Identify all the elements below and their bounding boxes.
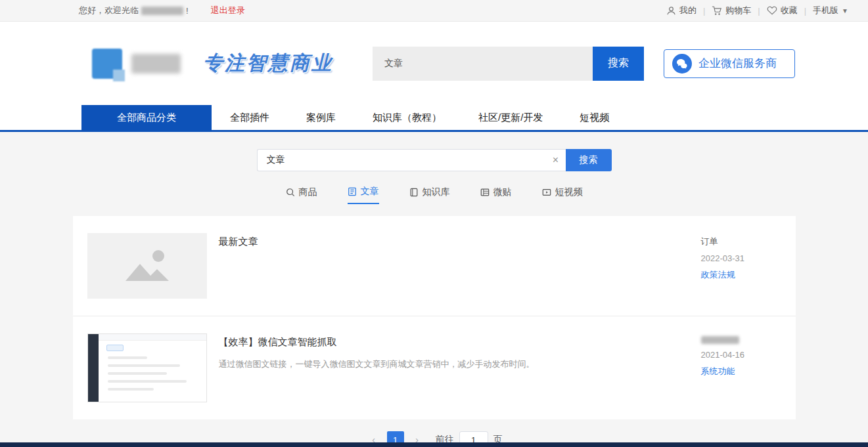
result-date: 2022-03-31 xyxy=(701,253,780,263)
footer-strip xyxy=(0,442,868,447)
thumb-line xyxy=(108,380,187,383)
wechat-icon xyxy=(672,54,692,74)
header-search-button[interactable]: 搜索 xyxy=(593,47,644,81)
mobile-version-link[interactable]: 手机版 ▼ xyxy=(813,5,848,16)
heart-icon xyxy=(767,6,777,15)
result-category-link[interactable]: 政策法规 xyxy=(701,269,780,281)
main-nav: 全部商品分类 全部插件 案例库 知识库（教程） 社区/更新/开发 短视频 xyxy=(0,105,868,132)
thumb-line xyxy=(108,372,167,375)
my-account-label: 我的 xyxy=(679,5,697,16)
search-icon xyxy=(286,188,295,197)
nav-item-plugins[interactable]: 全部插件 xyxy=(212,105,288,130)
favorites-label: 收藏 xyxy=(781,5,798,16)
separator: | xyxy=(758,6,760,16)
grid-icon xyxy=(480,188,490,197)
mobile-version-label: 手机版 xyxy=(813,5,838,16)
result-meta-blurred xyxy=(701,336,739,344)
video-icon xyxy=(542,188,551,197)
result-thumbnail xyxy=(87,333,207,402)
tab-video-label: 短视频 xyxy=(555,186,583,198)
thumb-sidebar xyxy=(88,334,99,402)
greeting-text: 您好，欢迎光临 xyxy=(79,5,139,16)
nav-item-all-categories[interactable]: 全部商品分类 xyxy=(81,105,212,130)
topbar: 您好，欢迎光临 ! 退出登录 我的 | 购物车 | 收藏 | 手机版 ▼ xyxy=(0,0,868,22)
cart-icon xyxy=(712,6,722,16)
result-tabs: 商品 文章 知识库 微贴 短视频 xyxy=(0,186,868,204)
favorites-link[interactable]: 收藏 xyxy=(767,5,798,16)
greeting: 您好，欢迎光临 ! xyxy=(79,5,189,16)
separator: | xyxy=(804,6,806,16)
user-icon xyxy=(666,6,676,16)
tab-articles[interactable]: 文章 xyxy=(348,186,379,204)
tab-goods-label: 商品 xyxy=(299,186,317,198)
tab-video[interactable]: 短视频 xyxy=(542,186,583,204)
logo-mark-blurred xyxy=(92,49,122,79)
result-title[interactable]: 最新文章 xyxy=(219,236,688,248)
wechat-service-button[interactable]: 企业微信服务商 xyxy=(664,49,795,78)
result-row[interactable]: 【效率】微信文章智能抓取 通过微信图文链接，一键导入微信图文文章到商城文章营销中… xyxy=(73,316,796,419)
nav-item-community[interactable]: 社区/更新/开发 xyxy=(460,105,561,130)
slogan-text: 专注智慧商业 xyxy=(203,50,333,77)
topbar-links: 我的 | 购物车 | 收藏 | 手机版 ▼ xyxy=(666,5,848,16)
nav-item-cases[interactable]: 案例库 xyxy=(288,105,354,130)
results-card: 最新文章 订单 2022-03-31 政策法规 【效率】微 xyxy=(73,216,796,419)
result-title[interactable]: 【效率】微信文章智能抓取 xyxy=(219,336,688,349)
content-area: × 搜索 商品 文章 知识库 微贴 xyxy=(0,132,868,443)
tab-goods[interactable]: 商品 xyxy=(286,186,317,204)
tab-knowledge-label: 知识库 xyxy=(423,186,450,198)
article-icon xyxy=(348,187,357,196)
chevron-down-icon: ▼ xyxy=(842,7,848,14)
tab-posts-label: 微贴 xyxy=(493,186,512,198)
search-section: × 搜索 xyxy=(0,149,868,171)
result-meta: 2021-04-16 系统功能 xyxy=(701,333,780,402)
username-blurred xyxy=(141,7,183,15)
nav-item-video[interactable]: 短视频 xyxy=(561,105,628,130)
my-account-link[interactable]: 我的 xyxy=(666,5,697,16)
search-button[interactable]: 搜索 xyxy=(566,149,612,171)
tab-knowledge[interactable]: 知识库 xyxy=(409,186,450,204)
search-input-wrap: × xyxy=(257,149,566,171)
result-meta: 订单 2022-03-31 政策法规 xyxy=(701,233,780,299)
thumb-line xyxy=(108,388,154,391)
separator: | xyxy=(703,6,705,16)
logo-text-blurred xyxy=(131,54,181,74)
header-search: 搜索 xyxy=(373,47,644,81)
thumb-line xyxy=(108,356,147,359)
book-icon xyxy=(409,188,419,197)
nav-item-knowledge[interactable]: 知识库（教程） xyxy=(354,105,460,130)
placeholder-image-icon xyxy=(87,233,207,299)
result-description: 通过微信图文链接，一键导入微信图文文章到商城文章营销中，减少手动发布时间。 xyxy=(219,358,688,371)
logo[interactable] xyxy=(92,49,181,79)
greeting-suffix: ! xyxy=(186,6,189,16)
thumb-line xyxy=(108,364,180,367)
search-input[interactable] xyxy=(258,155,546,165)
result-row[interactable]: 最新文章 订单 2022-03-31 政策法规 xyxy=(73,216,796,316)
logout-link[interactable]: 退出登录 xyxy=(211,5,245,16)
site-header: 专注智慧商业 搜索 企业微信服务商 xyxy=(0,22,868,105)
wechat-service-label: 企业微信服务商 xyxy=(698,56,777,71)
header-search-input[interactable] xyxy=(373,47,593,81)
thumb-chip xyxy=(106,345,124,351)
clear-icon[interactable]: × xyxy=(546,154,566,166)
cart-link[interactable]: 购物车 xyxy=(712,5,751,16)
result-category-link[interactable]: 系统功能 xyxy=(701,366,780,377)
tab-articles-label: 文章 xyxy=(361,186,379,198)
result-date: 2021-04-16 xyxy=(701,350,780,360)
thumb-topbar xyxy=(99,334,206,341)
result-meta-label: 订单 xyxy=(701,236,780,247)
tab-posts[interactable]: 微贴 xyxy=(480,186,512,204)
cart-label: 购物车 xyxy=(725,5,751,16)
